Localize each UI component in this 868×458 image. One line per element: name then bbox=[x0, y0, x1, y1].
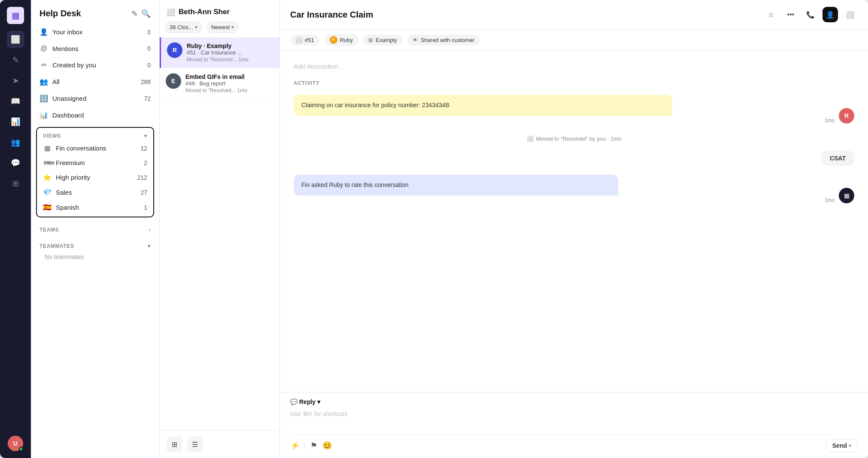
views-section-header[interactable]: VIEWS ▾ bbox=[37, 130, 153, 141]
unassigned-label: Unassigned bbox=[52, 95, 140, 102]
freemium-label: Freemium bbox=[56, 159, 140, 166]
nav-icon-book[interactable]: 📖 bbox=[7, 93, 24, 110]
conversation-area: Add description... ACTIVITY Claiming on … bbox=[280, 51, 868, 392]
nav-item-created-by-you[interactable]: ✏ Created by you 0 bbox=[31, 57, 159, 73]
sales-count: 27 bbox=[140, 189, 147, 196]
nav-icon-inbox[interactable]: ⬜ bbox=[7, 31, 24, 48]
search-icon[interactable]: 🔍 bbox=[141, 9, 151, 18]
nav-icon-chart[interactable]: 📊 bbox=[7, 113, 24, 130]
csat-label: CSAT bbox=[821, 151, 854, 166]
sidebar-toggle-button[interactable]: ⬜ bbox=[842, 7, 858, 22]
nav-item-fin-conversations[interactable]: ▦ Fin conversations 12 bbox=[37, 141, 153, 156]
teams-section: TEAMS › bbox=[31, 221, 159, 237]
sales-icon: 💎 bbox=[43, 188, 52, 196]
header-actions: ☆ ••• 📞 👤 ⬜ bbox=[763, 7, 858, 22]
tab-ruby-label: Ruby bbox=[340, 37, 353, 43]
conv-subject-2: #49 · Bug report bbox=[185, 80, 273, 87]
activity-label: ACTIVITY bbox=[294, 80, 854, 86]
send-button[interactable]: Send ▾ bbox=[826, 439, 858, 452]
conv-list-title: Beth-Ann Sher bbox=[179, 8, 273, 16]
teams-chevron: › bbox=[149, 227, 151, 233]
nav-item-your-inbox[interactable]: 👤 Your inbox 0 bbox=[31, 24, 159, 40]
teams-section-header[interactable]: TEAMS › bbox=[36, 223, 154, 235]
conversation-item-1[interactable]: R Ruby · Examply #51 · Car Insurance ...… bbox=[160, 37, 279, 68]
nav-icon-people[interactable]: 👥 bbox=[7, 134, 24, 151]
created-count: 0 bbox=[147, 62, 151, 69]
inbox-icon: 👤 bbox=[39, 28, 48, 36]
rating-meta: 1mo bbox=[294, 197, 835, 203]
all-icon: 👥 bbox=[39, 78, 48, 86]
filter-count-chevron: ▾ bbox=[195, 24, 197, 30]
system-text: Moved to "Resolved" by you · 1mo bbox=[536, 136, 622, 142]
nav-item-high-priority[interactable]: ⭐ High priority 212 bbox=[37, 170, 153, 185]
conv-subject-1: #51 · Car Insurance ... bbox=[187, 49, 273, 56]
left-nav: Help Desk ✎ 🔍 👤 Your inbox 0 @ Mentions … bbox=[31, 0, 160, 458]
nav-item-mentions[interactable]: @ Mentions 0 bbox=[31, 40, 159, 57]
fin-count: 12 bbox=[140, 145, 147, 152]
reply-dropdown[interactable]: 💬 Reply ▾ bbox=[290, 398, 320, 405]
nav-icon-compose[interactable]: ✎ bbox=[7, 51, 24, 69]
spanish-icon: 🇪🇸 bbox=[43, 203, 52, 211]
system-icon: ⬜ bbox=[527, 136, 534, 142]
lightning-icon[interactable]: ⚡ bbox=[290, 441, 300, 450]
person-action-button[interactable]: 👤 bbox=[822, 7, 838, 22]
icon-sidebar: ▦ ⬜ ✎ ➤ 📖 📊 👥 💬 ⊞ U bbox=[0, 0, 31, 458]
rating-text: Fin asked Ruby to rate this conversation bbox=[301, 181, 409, 188]
tab-examply[interactable]: ⊞ Examply bbox=[363, 35, 402, 45]
filter-count-button[interactable]: 38 Clos... ▾ bbox=[165, 21, 202, 33]
online-indicator bbox=[19, 447, 23, 451]
more-button[interactable]: ••• bbox=[783, 7, 798, 22]
tab-shared[interactable]: 👁 Shared with customer bbox=[407, 35, 480, 45]
nav-item-spanish[interactable]: 🇪🇸 Spanish 1 bbox=[37, 200, 153, 215]
reply-icon: 💬 bbox=[290, 398, 297, 405]
description-placeholder[interactable]: Add description... bbox=[294, 61, 854, 73]
nav-icon-send[interactable]: ➤ bbox=[7, 72, 24, 89]
reply-input[interactable]: Use ⌘K for shortcuts bbox=[290, 409, 858, 429]
all-count: 288 bbox=[141, 78, 151, 85]
message-text-1: Claiming on car insurance for policy num… bbox=[301, 102, 449, 108]
conv-avatar-1: R bbox=[167, 42, 182, 58]
star-button[interactable]: ☆ bbox=[763, 7, 779, 22]
nav-item-dashboard[interactable]: 📊 Dashboard bbox=[31, 107, 159, 124]
toggle-icon[interactable]: ⬜ bbox=[167, 8, 175, 16]
nav-icon-chat[interactable]: 💬 bbox=[7, 154, 24, 172]
tab-ruby[interactable]: R Ruby bbox=[325, 34, 358, 46]
conversation-list: ⬜ Beth-Ann Sher 38 Clos... ▾ Newest ▾ R … bbox=[160, 0, 280, 458]
footer-divider bbox=[305, 441, 305, 450]
all-label: All bbox=[52, 78, 137, 85]
conv-filter: 38 Clos... ▾ Newest ▾ bbox=[160, 21, 279, 37]
fin-label: Fin conversations bbox=[56, 145, 136, 152]
tab-id-icon: ⬜ bbox=[295, 37, 302, 43]
tab-id[interactable]: ⬜ #51 bbox=[290, 35, 319, 45]
conv-avatar-2: E bbox=[166, 73, 181, 89]
rating-avatar: ▦ bbox=[839, 188, 854, 203]
nav-item-unassigned[interactable]: 🔢 Unassigned 72 bbox=[31, 90, 159, 107]
inbox-label: Your inbox bbox=[52, 28, 143, 36]
teams-label: TEAMS bbox=[39, 227, 59, 233]
teammates-section-header[interactable]: TEAMMATES ▾ bbox=[36, 239, 154, 252]
rating-bubble-text: Fin asked Ruby to rate this conversation bbox=[294, 175, 618, 196]
phone-button[interactable]: 📞 bbox=[803, 7, 818, 22]
fin-icon: ▦ bbox=[43, 144, 52, 152]
message-bubble-1: Claiming on car insurance for policy num… bbox=[294, 95, 672, 116]
edit-icon[interactable]: ✎ bbox=[131, 9, 138, 18]
reply-box: 💬 Reply ▾ Use ⌘K for shortcuts ⚡ ⚑ 😊 Sen… bbox=[280, 392, 868, 458]
freemium-icon: FREE bbox=[43, 160, 52, 166]
message-1: Claiming on car insurance for policy num… bbox=[294, 95, 854, 124]
nav-icon-grid[interactable]: ⊞ bbox=[7, 175, 24, 192]
app-logo: ▦ bbox=[7, 7, 24, 24]
nav-item-freemium[interactable]: FREE Freemium 2 bbox=[37, 156, 153, 170]
flag-icon[interactable]: ⚑ bbox=[310, 441, 317, 450]
send-label: Send bbox=[832, 442, 847, 449]
filter-sort-button[interactable]: Newest ▾ bbox=[206, 21, 239, 33]
nav-item-all[interactable]: 👥 All 288 bbox=[31, 73, 159, 90]
sales-label: Sales bbox=[56, 189, 136, 196]
nav-item-sales[interactable]: 💎 Sales 27 bbox=[37, 185, 153, 200]
views-label: VIEWS bbox=[43, 133, 61, 139]
list-view-button[interactable]: ☰ bbox=[187, 437, 203, 452]
conversation-item-2[interactable]: E Embed GIFs in email #49 · Bug report M… bbox=[160, 68, 279, 99]
user-avatar[interactable]: U bbox=[8, 436, 23, 451]
app-title: Help Desk bbox=[39, 9, 81, 18]
emoji-icon[interactable]: 😊 bbox=[322, 441, 332, 450]
grid-view-button[interactable]: ⊞ bbox=[167, 437, 182, 452]
